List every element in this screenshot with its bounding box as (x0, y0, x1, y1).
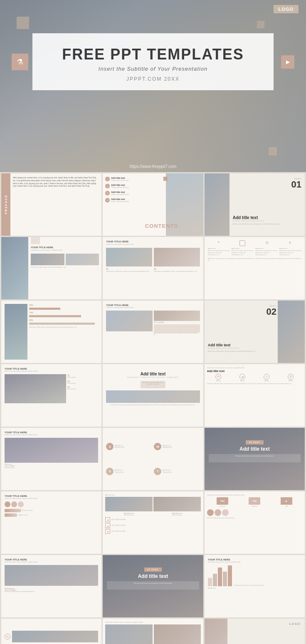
slide-your-title-3[interactable]: YOUR TITLE HERE Click here to add conten… (103, 301, 203, 363)
swot-grid: S Add title textBody text here W Add tit… (106, 435, 200, 483)
slide-image-3a (106, 311, 152, 331)
slide-image-left (1, 237, 28, 299)
slide-part03[interactable]: 03 PART Add title text Click here to add… (205, 428, 305, 490)
preface-content: After typing your content item, or by co… (10, 173, 101, 236)
preface-sidebar: PREFACE (1, 173, 10, 236)
click-hint-3: Click here to add content; content to ma… (207, 494, 302, 496)
thanks-logo: LOGO (289, 622, 301, 626)
part02-image (278, 301, 305, 363)
part02-content: Add title text SHARE AND RUN BUSINESS Cl… (208, 343, 276, 353)
hero-meta: JPPPT.COM 20XX (49, 76, 257, 82)
center-main-title: Add title text (106, 372, 200, 376)
preface-text: After typing your content item, or by co… (13, 177, 99, 188)
slide-col-2: 02 Click here to add title content, some… (154, 248, 200, 272)
part01-image (205, 173, 230, 236)
process-images-row (105, 497, 200, 511)
slide-image-7 (5, 565, 98, 586)
slide-thanks[interactable]: LOGO ⚗ THANKS JPPPT.COM 20XX HOME SUPPOR… (205, 619, 305, 644)
part01-content: Add title text SHARE AND RUN BUSINESS Cl… (233, 215, 301, 225)
slide-your-title-2[interactable]: YOUR TITLE HERE Click here to add conten… (103, 237, 203, 299)
click-hint-4: Click here to add content; content to ma… (105, 621, 200, 623)
puzzle-pieces: Title Click here Title Click here ▶ Titl… (207, 497, 302, 507)
icon-row-2: ⊕ ADD YOUR TITLE HERE (105, 517, 200, 522)
process-labels: Add title text Brief content here Add ti… (105, 512, 200, 516)
add-title-icons-title: Add title text (207, 370, 302, 373)
slide-process-images[interactable]: Add title text Add title text Brief cont… (103, 491, 203, 554)
center-image (106, 390, 200, 403)
slide-part04[interactable]: 04 PART Add title text Click here to add… (103, 555, 203, 617)
slides-grid: PREFACE After typing your content item, … (0, 172, 306, 644)
part03-content: 03 PART Add title text Click here to add… (205, 428, 305, 466)
logo-badge: LOGO (274, 5, 299, 13)
slide-col-1: 01 Click here to add title content, some… (106, 248, 152, 272)
timeline-list: 01 02 03 (5, 622, 98, 644)
part01-badge: PART 01 (291, 178, 301, 189)
hero-content-box: ⚗ FREE PPT TEMPLATES Insert the Subtitle… (32, 33, 274, 90)
part04-content: 04 PART Add title text Click here to add… (103, 555, 203, 594)
slide-contents[interactable]: 1 Add title textPlease add the title her… (103, 173, 203, 236)
bar-chart-image (5, 304, 27, 360)
slide-your-title-4[interactable]: YOUR TITLE HERE Click here to add conten… (1, 364, 101, 427)
hero-title: FREE PPT TEMPLATES (49, 46, 257, 63)
slide-content-right: YOUR TITLE HERE Click here to add conten… (28, 237, 101, 299)
circle-steps (207, 509, 302, 516)
slide-bar-charts[interactable]: 45% 75% 95% Click here to add content, s… (1, 301, 101, 363)
icons-row: ❝ ⊕ ✦ (208, 240, 301, 246)
slide-content-3b: OUR COMPANY Enter service text with brie… (154, 311, 200, 336)
deco-square-bottomright (269, 147, 277, 155)
contents-image: CONTENTS (166, 173, 203, 236)
slide-title-7: YOUR TITLE HERE (5, 558, 98, 561)
click-hint-2: Add title text (105, 494, 200, 496)
slide-title-4: YOUR TITLE HERE (5, 368, 98, 370)
slide-title-3: YOUR TITLE HERE (106, 304, 200, 306)
click-hint-1: Click here to add content; content to ma… (207, 367, 302, 369)
slide-bar-items: Resource name Initiative name (5, 509, 98, 517)
slide-click-add-1[interactable]: Click here to add content; content to ma… (103, 619, 203, 644)
bar-chart-content: 45% 75% 95% Click here to add content, s… (29, 304, 98, 360)
play-button[interactable]: ▶ (281, 55, 294, 69)
slide-center-title[interactable]: Add title text BUSINESS POWERPOINT REPOR… (103, 364, 203, 427)
slide-title-5: YOUR TITLE HERE (5, 431, 98, 434)
slide-body-2: Click here to add content to match the t… (106, 244, 200, 246)
slide-add-title-icons[interactable]: Click here to add content; content to ma… (205, 364, 305, 427)
hero-slide: LOGO ⚗ FREE PPT TEMPLATES Insert the Sub… (0, 0, 306, 172)
slide-content-4: 01 Brief content 02 Brief content 03 Bri… (67, 374, 98, 403)
slide-title-6: YOUR TITLE HERE (5, 495, 98, 497)
slide-title-stats: YOUR TITLE HERE (208, 558, 301, 561)
icon-row-4: ⚙ ADD YOUR TITLE HERE (105, 529, 200, 534)
slide-preface[interactable]: PREFACE After typing your content item, … (1, 173, 101, 236)
slide-image-5 (5, 438, 98, 463)
slide-your-title-7[interactable]: YOUR TITLE HERE Click here to add conten… (1, 555, 101, 617)
deco-square-topleft (17, 17, 29, 29)
part02-badge: PART 02 (267, 305, 276, 316)
slide-your-title-5[interactable]: YOUR TITLE HERE Click here to add conten… (1, 428, 101, 490)
slide-puzzle-timeline[interactable]: Click here to add content; content to ma… (205, 491, 305, 554)
icon-row-3: ☁ ADD YOUR TITLE HERE (105, 523, 200, 528)
icons-grid: ✉ Add title ☁ Add title ⊙ Add title ⚙ Ad… (207, 374, 302, 382)
slide-swot[interactable]: S Add title textBody text here W Add tit… (103, 428, 203, 490)
slide-stats-chart[interactable]: YOUR TITLE HERE Click here to add conten… (205, 555, 305, 617)
slide-your-title-6[interactable]: YOUR TITLE HERE Click here to add conten… (1, 491, 101, 554)
slide-icons-row[interactable]: ❝ ⊕ ✦ Add title textClick here to add co… (205, 237, 305, 299)
slide-timeline-numbered[interactable]: 01 02 03 (1, 619, 101, 644)
icons-content: Add title textClick here to add content,… (208, 248, 301, 256)
hero-url: https://www.freeppt7.com (130, 164, 176, 169)
slide-title-2: YOUR TITLE HERE (106, 240, 200, 243)
click-add-content: Add title text YOUR COMPANYcontent here (105, 624, 200, 644)
flask-icon: ⚗ (12, 54, 28, 70)
slide-your-title-1[interactable]: YOUR TITLE HERE Click here to add conten… (1, 237, 101, 299)
slide-part02[interactable]: PART 02 Add title text SHARE AND RUN BUS… (205, 301, 305, 363)
bar-chart: Click here to add content, some brief in… (208, 565, 301, 586)
slide-part01[interactable]: PART 01 Add title text SHARE AND RUN BUS… (205, 173, 305, 236)
deco-square-topright (257, 21, 264, 28)
slide-circles (5, 501, 98, 507)
preface-label: PREFACE (5, 195, 7, 214)
hero-subtitle: Insert the Subtitle of Your Presentation (49, 66, 257, 72)
center-subtitle: BUSINESS POWERPOINT REPORT TEMPLATE (106, 376, 200, 378)
slide-image-4 (5, 374, 66, 403)
